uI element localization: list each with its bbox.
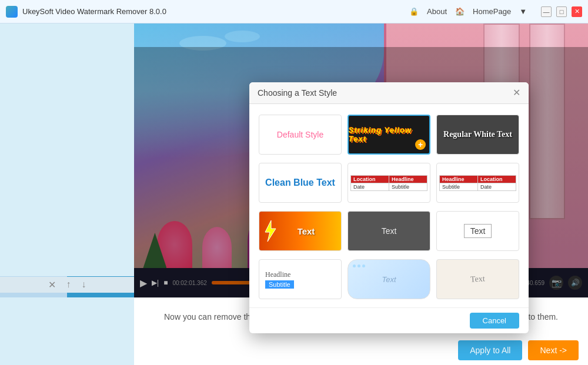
delete-icon[interactable]: ✕ <box>48 279 56 290</box>
subtitle-table-2: Headline Location Subtitle Date <box>439 175 516 191</box>
window-controls: — □ ✕ <box>541 6 582 17</box>
handwriting-label: Text <box>470 274 485 284</box>
svg-marker-0 <box>265 220 276 242</box>
sidebar: Material Watermark ✕ ↑ ↓ <box>0 24 134 365</box>
white-style-label: Regular White Text <box>443 130 512 139</box>
next-button[interactable]: Next -> <box>528 340 579 360</box>
outline-label: Text <box>470 226 486 236</box>
dialog-body: Default Style Striking Yellow Text + Reg… <box>249 104 529 307</box>
dialog-header: Choosing a Text Style ✕ <box>249 82 529 104</box>
headline-title-label: Headline <box>265 270 290 279</box>
style-default[interactable]: Default Style <box>259 115 342 155</box>
style-headline-sub[interactable]: Headline Subtitle <box>259 259 342 299</box>
video-timeline-area: ▶ ▶| ■ 00:02:01.362 00:03:40.659 📷 🔊 00:… <box>134 24 588 297</box>
headline-sub-label: Subtitle <box>265 280 294 289</box>
dialog-overlay: Choosing a Text Style ✕ Default Style St… <box>134 47 588 297</box>
style-yellow[interactable]: Striking Yellow Text + <box>348 115 430 155</box>
homepage-label: HomePage <box>473 7 511 16</box>
home-icon: 🏠 <box>455 7 465 16</box>
default-style-label: Default Style <box>277 130 323 139</box>
style-wm-yellow[interactable]: Text <box>259 211 342 251</box>
main-area: Material Watermark ✕ ↑ ↓ <box>0 24 588 365</box>
style-blue[interactable]: Clean Blue Text <box>259 163 342 203</box>
bubble-label: Text <box>382 275 396 284</box>
style-subtitle-red1[interactable]: Location Headline Date Subtitle <box>348 163 430 203</box>
about-button[interactable]: About <box>427 7 447 16</box>
app-logo <box>6 6 18 18</box>
maximize-button[interactable]: □ <box>556 6 567 17</box>
style-dialog: Choosing a Text Style ✕ Default Style St… <box>249 82 529 333</box>
move-up-icon[interactable]: ↑ <box>66 279 71 290</box>
style-dark-box[interactable]: Text <box>348 211 430 251</box>
homepage-button[interactable]: HomePage <box>473 7 511 16</box>
cancel-button[interactable]: Cancel <box>470 313 519 329</box>
subtitle-table-1: Location Headline Date Subtitle <box>350 175 427 191</box>
app-title: UkeySoft Video Watermark Remover 8.0.0 <box>22 7 409 16</box>
title-bar: UkeySoft Video Watermark Remover 8.0.0 🔒… <box>0 0 588 24</box>
lightning-icon <box>263 220 277 242</box>
lock-icon: 🔒 <box>409 7 419 16</box>
dialog-close-button[interactable]: ✕ <box>513 88 520 98</box>
close-button[interactable]: ✕ <box>572 6 582 17</box>
move-down-icon[interactable]: ↓ <box>82 279 86 290</box>
style-subtitle-red2[interactable]: Headline Location Subtitle Date <box>436 163 519 203</box>
style-handwriting[interactable]: Text <box>436 259 519 299</box>
blue-style-label: Clean Blue Text <box>265 178 335 188</box>
wm-yellow-label: Text <box>286 226 315 236</box>
about-label: About <box>427 7 447 16</box>
title-controls: 🔒 About 🏠 HomePage ▼ — □ ✕ <box>409 6 582 17</box>
dropdown-icon[interactable]: ▼ <box>519 7 527 16</box>
content-area: ▶ ▶| ■ 00:02:01.362 00:03:40.659 📷 🔊 00:… <box>134 24 588 365</box>
dialog-footer: Cancel <box>249 307 529 333</box>
bottom-buttons: Apply to All Next -> <box>134 336 588 365</box>
dark-box-label: Text <box>382 226 397 236</box>
dialog-title: Choosing a Text Style <box>258 88 337 98</box>
style-bubble[interactable]: Text <box>348 259 430 299</box>
outline-inner: Text <box>464 224 492 238</box>
style-white[interactable]: Regular White Text <box>436 115 519 155</box>
minimize-button[interactable]: — <box>541 6 552 17</box>
apply-to-all-button[interactable]: Apply to All <box>458 340 522 360</box>
style-outline[interactable]: Text <box>436 211 519 251</box>
yellow-badge: + <box>415 139 426 150</box>
bubble-decoration <box>353 264 365 267</box>
